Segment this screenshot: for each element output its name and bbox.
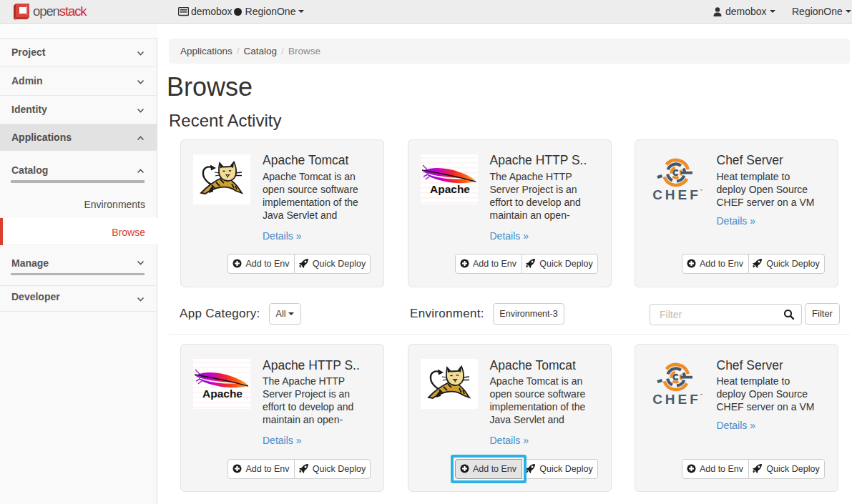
svg-text:CHEF: CHEF	[652, 187, 701, 202]
svg-text:Apache: Apache	[202, 387, 243, 400]
svg-text:Apache: Apache	[430, 182, 470, 194]
svg-text:CHEF: CHEF	[652, 392, 701, 407]
